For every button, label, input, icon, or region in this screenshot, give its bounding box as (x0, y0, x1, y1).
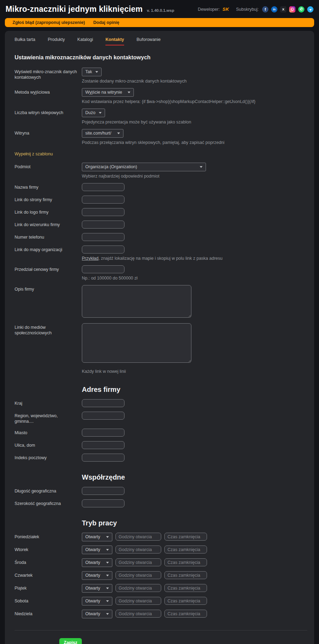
monday-open-input[interactable] (115, 533, 161, 541)
saturday-status-value: Otwarty (85, 599, 103, 604)
x-glyph: X (282, 7, 284, 11)
city-input[interactable] (82, 429, 124, 437)
chevron-down-icon (128, 92, 130, 93)
display-label: Wyświetl mikro-znacznik danych kontaktow… (15, 68, 82, 80)
footer-row: Zapisz (15, 630, 307, 644)
chevron-down-icon (106, 587, 109, 589)
save-button[interactable]: Zapisz (59, 638, 82, 644)
tab-products[interactable]: Produkty (48, 37, 65, 45)
version-label: v. 1.40.0.1.wsp (147, 8, 174, 12)
social-links-textarea[interactable] (82, 323, 191, 363)
friday-close-input[interactable] (164, 584, 207, 592)
instagram-icon[interactable] (289, 6, 295, 12)
sunday-close-input[interactable] (164, 610, 207, 618)
storefront-select-value: site.com/hurt/ (85, 131, 114, 136)
thursday-close-input[interactable] (164, 571, 207, 579)
section-title: Ustawienia mikroznaczników danych kontak… (15, 54, 307, 61)
tuesday-status-value: Otwarty (85, 547, 103, 552)
sunday-status-select[interactable]: Otwarty (82, 610, 112, 618)
facebook-icon[interactable]: f (262, 6, 268, 12)
entity-select-value: Organizacja (Organization) (85, 164, 196, 170)
schedule-row-saturday: Sobota Otwarty (15, 597, 307, 606)
thursday-open-input[interactable] (115, 571, 161, 579)
telegram-icon[interactable]: ➤ (307, 6, 313, 12)
social-links-label: Linki do mediów społecznościowych (15, 323, 82, 336)
tab-catalogs[interactable]: Katalogi (77, 37, 93, 45)
report-bug-link[interactable]: Zgłoś błąd (zaproponuj ulepszenie) (12, 20, 85, 25)
add-review-link[interactable]: Dodaj opinię (93, 20, 119, 25)
wednesday-close-input[interactable] (164, 558, 207, 566)
contact-settings-form: Wyświetl mikro-znacznik danych kontaktow… (10, 68, 307, 644)
thursday-status-select[interactable]: Otwarty (82, 571, 112, 580)
monday-status-select[interactable]: Otwarty (82, 533, 112, 541)
tab-contacts[interactable]: Kontakty (105, 37, 124, 45)
entity-hint: Wybierz najbardziej odpowiedni podmiot (82, 174, 307, 179)
phone-input[interactable] (82, 233, 124, 241)
form-row-postcode: Indeks pocztowy (15, 454, 307, 462)
longitude-input[interactable] (82, 487, 124, 495)
x-twitter-icon[interactable]: X (280, 6, 286, 12)
tab-breadcrumbs[interactable]: Bułka tarta (15, 37, 35, 45)
display-select[interactable]: Tak (82, 68, 102, 76)
sunday-open-input[interactable] (115, 610, 161, 618)
longitude-label: Długość geograficzna (15, 487, 82, 494)
fill-from-template-link[interactable]: Wypełnij z szablonu (15, 152, 53, 156)
company-image-input[interactable] (82, 221, 124, 229)
friday-open-input[interactable] (115, 584, 161, 592)
form-row-storefront: Witryna site.com/hurt/ Podczas przełącza… (15, 129, 307, 145)
company-name-label: Nazwa firmy (15, 183, 82, 190)
tuesday-status-select[interactable]: Otwarty (82, 546, 112, 554)
price-range-input[interactable] (82, 265, 124, 273)
storefront-select[interactable]: site.com/hurt/ (82, 129, 123, 138)
latitude-input[interactable] (82, 499, 124, 507)
map-link-input[interactable] (82, 246, 124, 254)
saturday-open-input[interactable] (115, 597, 161, 605)
company-url-input[interactable] (82, 196, 124, 204)
company-name-input[interactable] (82, 183, 124, 191)
example-link[interactable]: Przykład (82, 256, 98, 261)
linkedin-icon[interactable]: in (271, 6, 277, 12)
wednesday-status-select[interactable]: Otwarty (82, 558, 112, 567)
address-section-title: Adres firmy (82, 386, 307, 394)
saturday-close-input[interactable] (164, 597, 207, 605)
output-method-select[interactable]: Wyjście na witrynie (82, 88, 134, 97)
linkedin-glyph: in (273, 8, 276, 11)
schedule-row-thursday: Czwartek Otwarty (15, 571, 307, 580)
storefront-hint: Podczas przełączania witryn sklepowych, … (82, 140, 307, 145)
sunday-status-value: Otwarty (85, 611, 103, 617)
entity-select[interactable]: Organizacja (Organization) (82, 163, 206, 171)
form-row-entity: Podmiot Organizacja (Organization) Wybie… (15, 163, 307, 179)
region-input[interactable] (82, 412, 124, 420)
saturday-status-select[interactable]: Otwarty (82, 597, 112, 606)
settings-panel: Bułka tarta Produkty Katalogi Kontakty B… (5, 31, 314, 644)
friday-status-select[interactable]: Otwarty (82, 584, 112, 593)
company-logo-input[interactable] (82, 208, 124, 216)
whatsapp-icon[interactable]: ✆ (298, 6, 304, 12)
developer-logo[interactable]: SK (223, 7, 229, 12)
country-label: Kraj (15, 399, 82, 406)
entity-label: Podmiot (15, 163, 82, 170)
monday-close-input[interactable] (164, 533, 207, 541)
street-input[interactable] (82, 441, 124, 449)
tuesday-label: Wtorek (15, 546, 82, 553)
tuesday-close-input[interactable] (164, 546, 207, 553)
tab-bar: Bułka tarta Produkty Katalogi Kontakty B… (10, 35, 307, 45)
output-method-hint: Kod wstawiania przez helpera: {if $wa->s… (82, 99, 307, 104)
form-row-company-image: Link do wizerunku firmy (15, 221, 307, 229)
tuesday-open-input[interactable] (115, 546, 161, 553)
notice-bar: Zgłoś błąd (zaproponuj ulepszenie) Dodaj… (5, 18, 314, 27)
camera-glyph (291, 8, 294, 11)
postcode-input[interactable] (82, 454, 124, 462)
chevron-down-icon (106, 549, 109, 551)
country-input[interactable] (82, 399, 124, 407)
display-hint: Zostanie dodany mikro-znacznik danych ko… (82, 79, 307, 84)
description-textarea[interactable] (82, 285, 191, 318)
form-row-price-range: Przedział cenowy firmy Np.: od 100000 do… (15, 265, 307, 281)
storefront-count-select[interactable]: Dużo (82, 109, 105, 117)
plane-glyph: ➤ (309, 7, 313, 11)
wednesday-open-input[interactable] (115, 558, 161, 566)
chevron-down-icon (200, 166, 202, 168)
form-row-output-method: Metoda wyjściowa Wyjście na witrynie Kod… (15, 88, 307, 104)
tab-caching[interactable]: Buforowanie (137, 37, 161, 45)
form-row-company-name: Nazwa firmy (15, 183, 307, 191)
